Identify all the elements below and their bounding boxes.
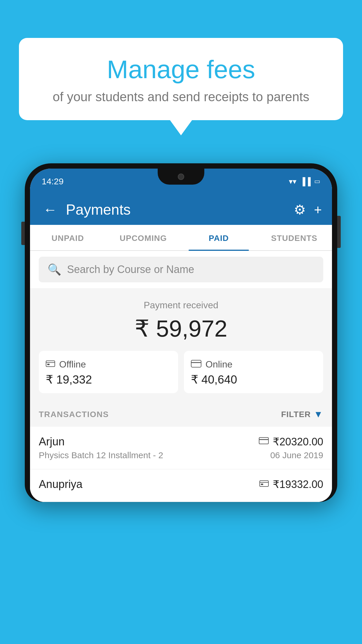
transaction-top: Arjun ₹20320.00: [39, 435, 323, 448]
svg-rect-3: [191, 360, 201, 367]
filter-button[interactable]: FILTER ▼: [281, 409, 323, 420]
transaction-course: Physics Batch 12 Installment - 2: [39, 450, 163, 460]
bubble-subtitle: of your students and send receipts to pa…: [34, 90, 328, 104]
search-placeholder: Search by Course or Name: [67, 263, 194, 276]
search-box[interactable]: 🔍 Search by Course or Name: [39, 257, 323, 282]
svg-rect-5: [259, 438, 268, 444]
transaction-row[interactable]: Anupriya ₹19332.00: [30, 469, 332, 502]
status-bar: 14:29 ▾▾ ▐▐ ▭: [30, 169, 332, 194]
app-bar: ← Payments ⚙ +: [30, 194, 332, 225]
speech-bubble: Manage fees of your students and send re…: [19, 38, 343, 120]
signal-icon: ▐▐: [300, 177, 311, 186]
online-label: Online: [205, 359, 233, 370]
transaction-amount: ₹20320.00: [273, 436, 323, 448]
back-button[interactable]: ←: [40, 199, 60, 220]
status-icons: ▾▾ ▐▐ ▭: [289, 177, 320, 186]
tab-unpaid[interactable]: UNPAID: [30, 225, 106, 250]
add-button[interactable]: +: [314, 202, 322, 218]
transactions-label: TRANSACTIONS: [39, 410, 109, 419]
search-icon: 🔍: [48, 263, 61, 276]
offline-payment-icon: [259, 479, 269, 489]
transaction-top: Anupriya ₹19332.00: [39, 478, 323, 491]
card-payment-icon: [259, 437, 269, 447]
payment-amount: ₹ 59,972: [39, 315, 323, 342]
phone-screen: 14:29 ▾▾ ▐▐ ▭ ← Payments ⚙ +: [30, 169, 332, 502]
volume-button: [21, 222, 25, 245]
phone-mockup: 14:29 ▾▾ ▐▐ ▭ ← Payments ⚙ +: [25, 163, 337, 502]
online-card: Online ₹ 40,640: [184, 351, 323, 393]
transaction-amount: ₹19332.00: [273, 478, 323, 491]
app-bar-icons: ⚙ +: [294, 202, 322, 218]
search-container: 🔍 Search by Course or Name: [30, 251, 332, 288]
tab-upcoming[interactable]: UPCOMING: [106, 225, 181, 250]
svg-rect-0: [46, 361, 55, 367]
transactions-header: TRANSACTIONS FILTER ▼: [30, 402, 332, 427]
settings-button[interactable]: ⚙: [294, 202, 306, 218]
power-button: [337, 216, 341, 248]
offline-label: Offline: [59, 359, 86, 370]
transaction-bottom: Physics Batch 12 Installment - 2 06 June…: [39, 450, 323, 460]
speech-bubble-container: Manage fees of your students and send re…: [19, 38, 343, 120]
bubble-title: Manage fees: [34, 55, 328, 84]
online-icon: [191, 359, 201, 370]
payment-received-label: Payment received: [39, 300, 323, 311]
transaction-name: Anupriya: [39, 478, 82, 491]
filter-icon: ▼: [314, 409, 323, 420]
phone-container: 14:29 ▾▾ ▐▐ ▭ ← Payments ⚙ +: [25, 163, 337, 644]
online-amount: ₹ 40,640: [191, 373, 316, 386]
payment-cards: Offline ₹ 19,332 Online: [39, 351, 323, 393]
camera: [178, 174, 184, 180]
wifi-icon: ▾▾: [289, 177, 296, 186]
svg-rect-2: [47, 364, 50, 365]
transaction-date: 06 June 2019: [270, 450, 323, 460]
svg-rect-7: [260, 481, 268, 487]
transaction-name: Arjun: [39, 435, 65, 448]
offline-icon: [46, 359, 55, 370]
notch: [158, 169, 204, 185]
offline-card-header: Offline: [46, 359, 171, 370]
app-title: Payments: [66, 201, 288, 218]
tab-paid[interactable]: PAID: [181, 225, 256, 250]
svg-rect-9: [261, 484, 263, 485]
transaction-amount-wrap: ₹20320.00: [259, 436, 323, 448]
tab-students[interactable]: STUDENTS: [256, 225, 332, 250]
transaction-row[interactable]: Arjun ₹20320.00 Physics Batch 12 Install…: [30, 427, 332, 469]
transaction-amount-wrap: ₹19332.00: [259, 478, 323, 491]
status-time: 14:29: [42, 176, 64, 186]
tabs-bar: UNPAID UPCOMING PAID STUDENTS: [30, 225, 332, 251]
online-card-header: Online: [191, 359, 316, 370]
payment-summary: Payment received ₹ 59,972: [30, 288, 332, 402]
offline-amount: ₹ 19,332: [46, 373, 171, 386]
filter-label: FILTER: [281, 410, 311, 419]
offline-card: Offline ₹ 19,332: [39, 351, 178, 393]
battery-icon: ▭: [314, 178, 320, 185]
